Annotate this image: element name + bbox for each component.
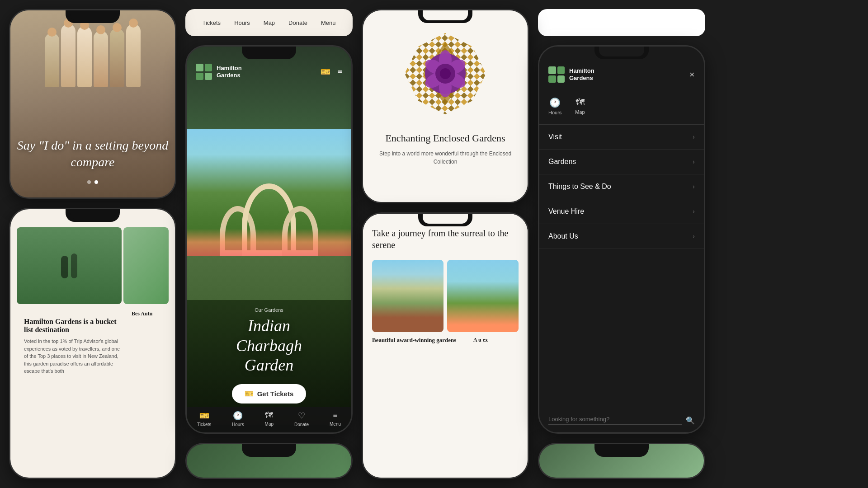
topnav-hours[interactable]: Hours <box>234 19 250 26</box>
menu-logo-cell-3 <box>548 75 556 83</box>
menu-close-button[interactable]: × <box>689 69 695 80</box>
menu-item-things[interactable]: Things to See & Do › <box>539 174 704 199</box>
menu-logo: HamiltonGardens <box>548 66 594 83</box>
menu-logo-cell-2 <box>557 66 565 74</box>
card2-title: Bes Autu <box>132 310 169 317</box>
column-2: Tickets Hours Map Donate Menu <box>185 9 353 479</box>
menu-item-venue-label: Venue Hire <box>548 207 584 216</box>
phone-bucket-list: Hamilton Gardens is a bucket list destin… <box>9 208 176 479</box>
phone-main: HamiltonGardens 🎫 ≡ <box>185 45 353 434</box>
nav-menu[interactable]: ≡ Menu <box>330 411 341 427</box>
menu-quick-hours[interactable]: 🕐 Hours <box>548 97 561 115</box>
map-icon: 🗺 <box>576 97 585 108</box>
column-1: Say "I do" in a setting beyond compare <box>9 9 176 479</box>
topnav-menu[interactable]: Menu <box>321 19 336 26</box>
topnav-map[interactable]: Map <box>264 19 275 26</box>
ticket-icon[interactable]: 🎫 <box>321 67 330 77</box>
nav-menu-icon: ≡ <box>333 411 337 420</box>
nav-donate[interactable]: ♡ Donate <box>294 411 309 427</box>
nav-hours-icon: 🕐 <box>233 411 243 421</box>
menu-icon[interactable]: ≡ <box>338 67 342 77</box>
flower-svg <box>400 28 491 119</box>
nav-donate-icon: ♡ <box>298 411 305 421</box>
bucket-title: Hamilton Gardens is a bucket list destin… <box>24 318 121 334</box>
logo-cell-4 <box>205 73 212 80</box>
menu-item-about[interactable]: About Us › <box>539 224 704 249</box>
flower-title: Enchanting Enclosed Gardens <box>377 132 514 144</box>
topnav-tickets[interactable]: Tickets <box>202 19 221 26</box>
bottom-navigation: 🎫 Tickets 🕐 Hours 🗺 Map ♡ <box>187 407 351 432</box>
phone-journey: Take a journey from the surreal to the s… <box>362 212 529 479</box>
svg-point-12 <box>440 68 451 79</box>
nav-tickets-label: Tickets <box>197 422 211 427</box>
hamilton-logo: HamiltonGardens <box>196 64 242 80</box>
nav-hours-label: Hours <box>232 422 244 427</box>
ticket-btn-icon: 🎫 <box>245 389 254 398</box>
menu-logo-cell-4 <box>557 75 565 83</box>
menu-item-gardens[interactable]: Gardens › <box>539 150 704 174</box>
dot-1[interactable] <box>87 180 91 184</box>
main-canvas: Say "I do" in a setting beyond compare <box>0 0 868 488</box>
gardens-chevron-icon: › <box>693 158 695 166</box>
logo-cell-3 <box>196 73 203 80</box>
phone-bottom-preview-col2 <box>185 443 353 479</box>
menu-item-about-label: About Us <box>548 232 578 240</box>
menu-search-input[interactable] <box>548 416 682 425</box>
column-4: HamiltonGardens × 🕐 Hours 🗺 Map <box>538 9 705 479</box>
phone-topnav: Tickets Hours Map Donate Menu <box>185 9 353 36</box>
bucket-body: Voted in the top 1% of Trip Advisor's gl… <box>24 338 121 375</box>
phone-bottom-preview-col4 <box>538 443 705 479</box>
journey-title: Take a journey from the surreal to the s… <box>372 227 519 251</box>
wedding-title: Say "I do" in a setting beyond compare <box>10 137 175 170</box>
nav-tickets[interactable]: 🎫 Tickets <box>197 411 211 427</box>
logo-cell-1 <box>196 64 203 71</box>
things-chevron-icon: › <box>693 183 695 191</box>
nav-menu-label: Menu <box>330 422 341 427</box>
get-tickets-button[interactable]: 🎫 Get Tickets <box>232 384 307 404</box>
our-gardens-label: Our Gardens <box>255 307 283 313</box>
nav-hours[interactable]: 🕐 Hours <box>232 411 244 427</box>
menu-nav-items: Visit › Gardens › Things to See & Do › <box>539 125 704 408</box>
award-title: Beautiful award-winning gardens <box>372 337 469 344</box>
menu-logo-text: HamiltonGardens <box>569 67 594 81</box>
garden-title: IndianCharbaghGarden <box>236 316 302 375</box>
menu-item-things-label: Things to See & Do <box>548 183 611 191</box>
about-chevron-icon: › <box>693 232 695 240</box>
phone-flower: Enchanting Enclosed Gardens Step into a … <box>362 9 529 203</box>
phone-wedding: Say "I do" in a setting beyond compare <box>9 9 176 199</box>
menu-item-visit[interactable]: Visit › <box>539 125 704 150</box>
nav-map[interactable]: 🗺 Map <box>265 411 274 427</box>
menu-item-visit-label: Visit <box>548 133 562 141</box>
menu-quick-map[interactable]: 🗺 Map <box>575 97 585 115</box>
visit-chevron-icon: › <box>693 133 695 141</box>
flower-desc: Step into a world more wonderful through… <box>377 150 514 166</box>
menu-item-gardens-label: Gardens <box>548 158 576 166</box>
menu-search-icon[interactable]: 🔍 <box>686 416 695 425</box>
logo-text: HamiltonGardens <box>217 65 242 79</box>
logo-cell-2 <box>205 64 212 71</box>
nav-map-icon: 🗺 <box>265 411 273 420</box>
nav-map-label: Map <box>265 422 274 427</box>
venue-chevron-icon: › <box>693 207 695 216</box>
journey-card2: A u ex <box>473 337 519 343</box>
phone-searchbar-top <box>538 9 705 36</box>
hours-icon: 🕐 <box>549 97 561 108</box>
menu-search-bar: 🔍 <box>539 408 704 432</box>
column-3: Enchanting Enclosed Gardens Step into a … <box>362 9 529 479</box>
hours-label: Hours <box>548 110 561 115</box>
nav-donate-label: Donate <box>294 422 309 427</box>
dot-2[interactable] <box>94 180 98 184</box>
topnav-donate[interactable]: Donate <box>288 19 307 26</box>
nav-tickets-icon: 🎫 <box>199 411 209 421</box>
map-label: Map <box>575 109 585 115</box>
menu-logo-cell-1 <box>548 66 556 74</box>
phone-menu: HamiltonGardens × 🕐 Hours 🗺 Map <box>538 45 705 434</box>
menu-item-venue[interactable]: Venue Hire › <box>539 199 704 224</box>
get-tickets-label: Get Tickets <box>257 390 294 398</box>
